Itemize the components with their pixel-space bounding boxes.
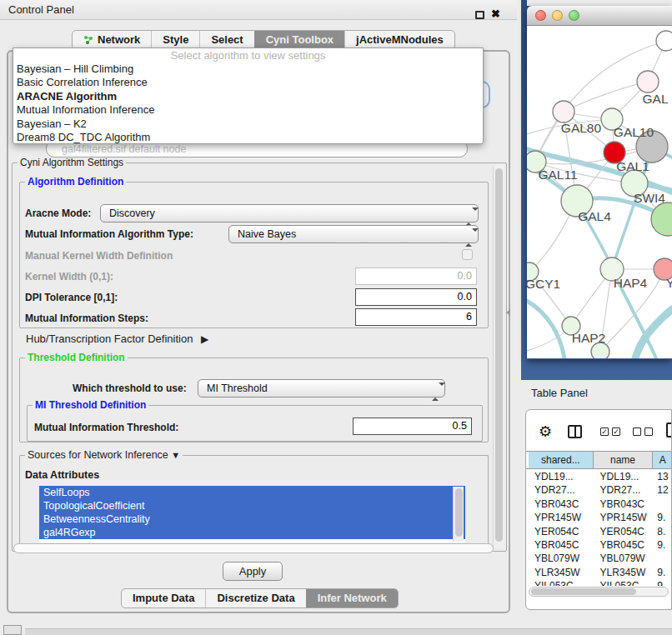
dpi-tolerance-field[interactable]: 0.0 [355, 288, 477, 306]
mi-threshold-label: Mutual Information Threshold: [34, 422, 178, 433]
mi-threshold-definition-title: MI Threshold Definition [33, 399, 148, 411]
network-node-label: Y [666, 276, 672, 290]
network-node[interactable] [651, 202, 672, 236]
combo-arrows-icon [465, 208, 472, 225]
gear-icon[interactable]: ⚙ [539, 424, 552, 439]
table-row[interactable]: YBL079WYBL079W [526, 552, 672, 565]
network-window-titlebar[interactable] [527, 6, 672, 26]
network-window[interactable]: GALGAL80GAL10GAL1GAL11SWI4GAL4HAP4YGCY1H… [527, 6, 672, 359]
float-window-icon[interactable] [475, 11, 484, 19]
manual-kernel-checkbox[interactable] [462, 249, 473, 260]
bottom-left-widget[interactable] [3, 625, 22, 635]
unchecked-checkbox-icon[interactable] [633, 428, 641, 436]
mi-type-value: Naive Bayes [238, 228, 296, 240]
tab-style[interactable]: Style [151, 31, 199, 49]
table-cell: YDR27... [529, 483, 594, 497]
unchecked-checkbox-icon[interactable] [644, 428, 653, 436]
network-node-label: GAL [642, 92, 668, 106]
network-node[interactable] [656, 31, 672, 51]
top-strip [527, 0, 672, 6]
mi-type-combo[interactable]: Naive Bayes [228, 225, 479, 243]
combo-arrows-icon [465, 229, 472, 246]
table-row[interactable]: YIL053CYIL053C9. [526, 579, 672, 586]
which-threshold-label: Which threshold to use: [73, 382, 187, 394]
settings-horizontal-scrollbar[interactable] [13, 543, 494, 553]
panel-resize-arrow-icon[interactable] [506, 309, 510, 316]
zoom-traffic-light[interactable] [569, 10, 579, 21]
table-row[interactable]: YPR145WYPR145W9. [526, 511, 672, 524]
mi-steps-label: Mutual Information Steps: [25, 312, 148, 324]
data-attribute-item[interactable]: TopologicalCoefficient [39, 499, 465, 512]
aracne-mode-label: Aracne Mode: [25, 208, 91, 219]
table-row[interactable]: YDR27...YDR27...12 [526, 483, 672, 497]
table-cell: YDR27... [594, 483, 654, 497]
checked-checkbox-icon[interactable]: ✓ [612, 428, 620, 436]
data-attribute-item[interactable]: BetweennessCentrality [39, 512, 465, 526]
table-row[interactable]: YBR045CYBR045C9. [526, 538, 672, 552]
algorithm-option[interactable]: ARACNE Algorithm [13, 90, 483, 103]
aracne-mode-combo[interactable]: Discovery [100, 204, 479, 222]
table-cell: YLR345W [594, 566, 654, 579]
attributes-list-scrollbar[interactable] [453, 487, 464, 542]
network-node-label: GCY1 [527, 277, 560, 291]
checked-checkbox-icon[interactable]: ✓ [600, 428, 609, 436]
bottom-scrollbar[interactable] [25, 628, 672, 635]
algorithm-option[interactable]: Mutual Information Inference [13, 103, 483, 117]
settings-vertical-scrollbar[interactable] [493, 166, 504, 548]
table-row[interactable]: YDL19...YDL19...13 [526, 470, 672, 483]
data-attribute-item[interactable]: SelfLoops [39, 486, 465, 499]
table-row[interactable]: YBR043CYBR043C [526, 498, 672, 511]
table-column-header[interactable]: name [594, 452, 654, 468]
table-column-header[interactable]: shared... [529, 452, 594, 468]
data-attribute-item[interactable]: gal4RGexp [39, 526, 465, 539]
network-node-gal[interactable] [637, 71, 659, 92]
document-icon[interactable] [666, 422, 672, 438]
close-traffic-light[interactable] [535, 10, 546, 21]
table-horizontal-scrollbar[interactable] [529, 587, 669, 597]
data-attributes-list: SelfLoopsTopologicalCoefficientBetweenne… [39, 486, 465, 542]
table-cell: 8. [653, 525, 672, 538]
tab-discretize-data[interactable]: Discretize Data [205, 589, 305, 608]
algorithm-dropdown-placeholder: Select algorithm to view settings [13, 48, 483, 62]
tab-network[interactable]: Network [73, 31, 151, 49]
tab-cyni-toolbox[interactable]: Cyni Toolbox [254, 31, 344, 49]
tab-select[interactable]: Select [199, 31, 253, 49]
control-panel-title: Control Panel [8, 3, 74, 16]
minimize-traffic-light[interactable] [552, 10, 563, 21]
mi-threshold-field[interactable]: 0.5 [353, 418, 472, 435]
table-cell: YPR145W [594, 511, 654, 524]
scrollbar-thumb[interactable] [455, 488, 463, 537]
sources-toggle[interactable]: Sources for Network Inference ▼ [25, 449, 183, 461]
tab-impute-data[interactable]: Impute Data [122, 589, 205, 608]
dpi-tolerance-label: DPI Tolerance [0,1]: [25, 292, 118, 303]
which-threshold-combo[interactable]: MI Threshold [198, 379, 445, 398]
hub-definition-toggle[interactable]: Hub/Transcription Factor Definition ▶ [26, 332, 208, 345]
data-attributes-label: Data Attributes [25, 469, 99, 481]
tab-infer-network[interactable]: Infer Network [306, 589, 398, 608]
kernel-width-field[interactable]: 0.0 [355, 268, 477, 285]
close-icon[interactable]: ✖ [491, 8, 500, 20]
manual-kernel-label: Manual Kernel Width Definition [25, 250, 173, 262]
algorithm-dropdown-popup: Select algorithm to view settings Bayesi… [13, 48, 484, 144]
columns-icon[interactable] [568, 425, 582, 438]
apply-button[interactable]: Apply [223, 562, 283, 581]
table-cell: YER054C [529, 525, 594, 538]
table-row[interactable]: YLR345WYLR345W9. [526, 566, 672, 579]
cyni-bottom-tabbar: Impute Data Discretize Data Infer Networ… [121, 588, 399, 608]
table-cell: YBR043C [529, 498, 594, 511]
table-cell [653, 552, 672, 565]
algorithm-option[interactable]: Bayesian – K2 [13, 118, 483, 131]
table-column-header[interactable]: A [653, 452, 672, 468]
hub-definition-label: Hub/Transcription Factor Definition [26, 332, 193, 345]
network-node-gal80[interactable] [553, 101, 574, 122]
algorithm-option[interactable]: Dream8 DC_TDC Algorithm [13, 131, 483, 144]
scrollbar-thumb[interactable] [531, 588, 636, 595]
mi-steps-field[interactable]: 6 [355, 308, 477, 326]
table-row[interactable]: YER054CYER054C8. [526, 525, 672, 538]
tab-jactivemnodules[interactable]: jActiveMNodules [344, 31, 454, 49]
algorithm-option[interactable]: Bayesian – Hill Climbing [13, 62, 483, 76]
algorithm-option[interactable]: Basic Correlation Inference [13, 76, 483, 89]
scrollbar-thumb[interactable] [495, 168, 503, 542]
network-canvas[interactable]: GALGAL80GAL10GAL1GAL11SWI4GAL4HAP4YGCY1H… [527, 26, 672, 358]
tab-network-label: Network [98, 33, 140, 46]
